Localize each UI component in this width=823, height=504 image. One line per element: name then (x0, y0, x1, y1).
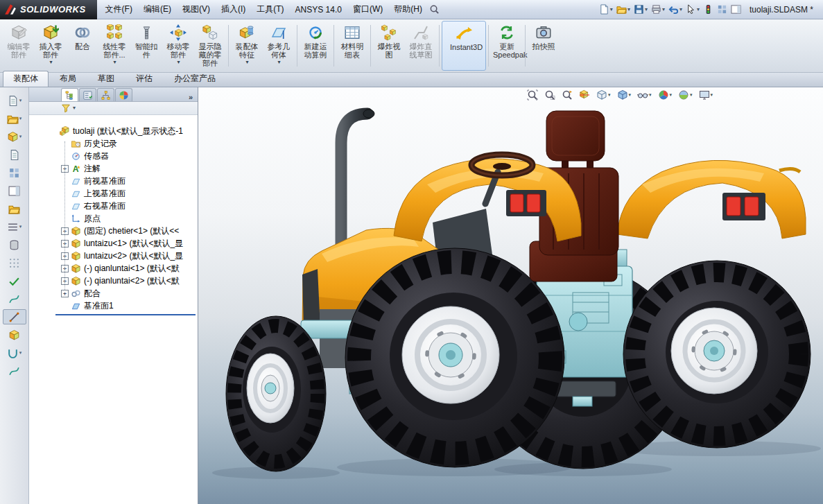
left-tool-14[interactable] (3, 327, 26, 342)
select-button[interactable]: ▾ (684, 3, 701, 15)
left-tool-1[interactable]: ▾ (3, 93, 26, 108)
rear-wheel-right[interactable] (623, 261, 811, 448)
left-tool-15[interactable]: ▾ (3, 345, 26, 360)
tree-item-1[interactable]: tuolaji (默认<默认_显示状态-1 (29, 125, 198, 137)
new-document-button[interactable]: ▾ (598, 3, 614, 15)
options-button[interactable] (716, 3, 729, 15)
zoom-area-button[interactable] (543, 89, 557, 101)
smart-fasteners-icon (138, 24, 155, 41)
left-tool-6[interactable] (3, 183, 26, 198)
previous-view-button[interactable] (560, 89, 574, 101)
search-button[interactable] (429, 4, 440, 15)
open-button[interactable]: ▾ (615, 3, 632, 15)
edit-appearance-button[interactable]: ▾ (657, 89, 674, 101)
left-tool-11[interactable] (3, 273, 26, 288)
view-orientation-button[interactable]: ▾ (595, 89, 612, 101)
tree-item-3[interactable]: 传感器 (29, 150, 198, 162)
apply-scene-button[interactable]: ▾ (677, 89, 694, 101)
rollback-bar[interactable] (55, 314, 196, 315)
left-tool-10[interactable] (3, 255, 26, 270)
tree-item-12[interactable]: +(-) qianluntai<1> (默认<默 (29, 262, 198, 275)
dropdown-arrow-icon: ▾ (277, 60, 280, 65)
mate-button[interactable]: 配合 (67, 21, 98, 71)
insert-component-button[interactable]: 插入零部件▾ (35, 21, 67, 71)
zoom-fit-button[interactable] (526, 89, 539, 101)
task-pane-button[interactable] (729, 3, 743, 15)
tab-2[interactable]: 布局 (49, 71, 87, 87)
save-button[interactable]: ▾ (632, 3, 649, 15)
tree-item-10[interactable]: +luntaizu<1> (默认<默认_显 (29, 237, 198, 250)
graphics-area[interactable]: ▾▾▾▾▾▾ (198, 87, 823, 504)
titlebar: SOLIDWORKS 文件(F)编辑(E)视图(V)插入(I)工具(T)ANSY… (0, 0, 823, 19)
update-speedpak-button[interactable]: 更新 Speedpak (491, 21, 523, 71)
left-tool-2[interactable]: ▾ (3, 111, 26, 126)
featuremanager-tab[interactable] (61, 88, 78, 101)
tree-item-11[interactable]: +luntaizu<2> (默认<默认_显 (29, 250, 198, 262)
left-tool-13[interactable] (3, 309, 26, 324)
menu-item-7[interactable]: 窗口(W) (347, 0, 388, 19)
traffic-light-button[interactable] (702, 3, 715, 15)
tree-item-8[interactable]: 原点 (29, 212, 198, 225)
menu-item-2[interactable]: 编辑(E) (138, 0, 177, 19)
front-wheel[interactable] (226, 316, 326, 471)
tab-3[interactable]: 草图 (87, 71, 125, 87)
tractor-model[interactable] (198, 87, 823, 504)
tree-item-14[interactable]: +配合 (29, 287, 198, 299)
tree-item-5[interactable]: 前视基准面 (29, 175, 198, 187)
tree-item-2[interactable]: 历史记录 (29, 137, 198, 150)
hide-show-items-button[interactable]: ▾ (636, 89, 653, 101)
tree-item-9[interactable]: +(固定) chetier<1> (默认<< (29, 225, 198, 237)
group-separator (297, 25, 297, 67)
section-view-button[interactable] (578, 89, 591, 101)
linear-component-pattern-button[interactable]: 线性零部件...▾ (98, 21, 130, 71)
tree-item-15[interactable]: 基准面1 (29, 299, 198, 312)
take-snapshot-button[interactable]: 拍快照 (528, 21, 560, 71)
menu-item-6[interactable]: ANSYS 14.0 (290, 1, 347, 18)
left-tool-7[interactable] (3, 201, 26, 216)
tab-4[interactable]: 评估 (125, 71, 163, 87)
left-tool-8[interactable]: ▾ (3, 219, 26, 234)
tab-1[interactable]: 装配体 (3, 71, 49, 87)
filter-dropdown-arrow-icon[interactable]: ▾ (73, 105, 76, 111)
left-tool-3[interactable]: ▾ (3, 129, 26, 144)
bill-of-materials-button[interactable]: 材料明细表 (336, 21, 368, 71)
tree-item-7[interactable]: 右视基准面 (29, 200, 198, 212)
left-tool-5[interactable] (3, 165, 26, 180)
rear-wheel-left[interactable] (345, 248, 564, 467)
view-settings-button[interactable]: ▾ (698, 89, 715, 101)
display-style-button[interactable]: ▾ (616, 89, 633, 101)
left-tool-9[interactable] (3, 237, 26, 252)
panel-overflow-button[interactable]: » (189, 93, 193, 101)
undo-button[interactable]: ▾ (667, 3, 684, 15)
menu-item-5[interactable]: 工具(T) (251, 0, 289, 19)
propertymanager-tab[interactable] (79, 88, 96, 101)
print-button[interactable]: ▾ (650, 3, 666, 15)
dropdown-arrow-icon: ▾ (177, 60, 180, 65)
tree-item-13[interactable]: +(-) qianluntai<2> (默认<默 (29, 275, 198, 287)
right-fender[interactable] (617, 160, 806, 238)
configurationmanager-tab[interactable] (97, 88, 114, 101)
tree-item-6[interactable]: 上视基准面 (29, 187, 198, 200)
assembly-features-button[interactable]: 装配体特征▾ (231, 21, 263, 71)
tree-item-4[interactable]: +A注解 (29, 162, 198, 175)
show-hidden-components-button[interactable]: 显示隐藏的零部件 (194, 21, 226, 71)
filter-bar[interactable]: ▾ (29, 102, 198, 115)
displaymanager-tab[interactable] (115, 88, 132, 101)
new-motion-study-button[interactable]: 新建运动算例 (300, 21, 331, 71)
tree-item-label: 右视基准面 (84, 200, 125, 212)
move-component-button[interactable]: 移动零部件▾ (162, 21, 194, 71)
exploded-view-button[interactable]: 爆炸视图 (373, 21, 405, 71)
menu-item-8[interactable]: 帮助(H) (388, 0, 428, 19)
tab-5[interactable]: 办公室产品 (164, 71, 226, 87)
left-tool-12[interactable] (3, 291, 26, 306)
instant3d-button[interactable]: Instant3D (442, 21, 486, 71)
left-tool-16[interactable] (3, 363, 26, 379)
menu-item-1[interactable]: 文件(F) (100, 0, 138, 19)
expand-toggle[interactable]: + (61, 290, 69, 297)
menu-item-3[interactable]: 视图(V) (177, 0, 216, 19)
menu-item-4[interactable]: 插入(I) (216, 0, 251, 19)
smart-fasteners-button[interactable]: 智能扣件 (130, 21, 162, 71)
reference-geometry-button[interactable]: 参考几何体▾ (263, 21, 295, 71)
filter-icon[interactable] (61, 103, 71, 113)
left-tool-4[interactable] (3, 147, 26, 162)
